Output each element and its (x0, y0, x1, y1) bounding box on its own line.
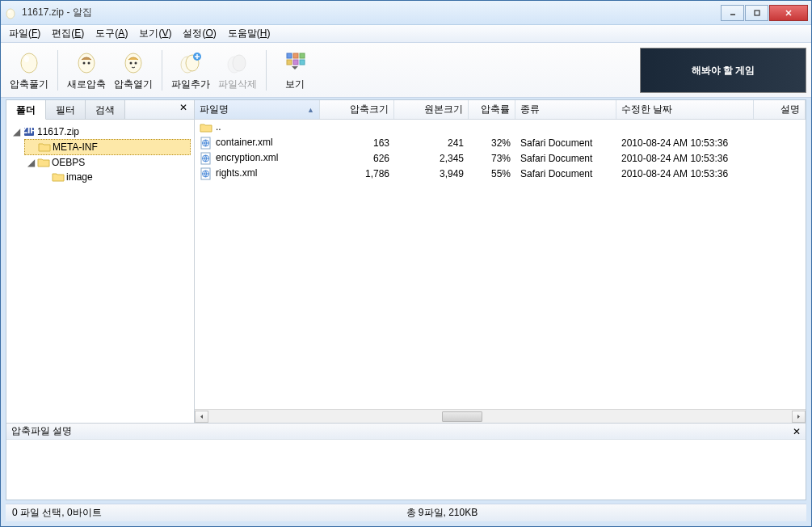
menu-view[interactable]: 보기(V) (134, 25, 176, 42)
description-body[interactable] (6, 440, 806, 500)
svg-point-7 (24, 56, 29, 62)
column-date[interactable]: 수정한 날짜 (616, 100, 754, 119)
file-list-panel: 파일명▲ 압축크기 원본크기 압축률 종류 수정한 날짜 설명 .. (195, 100, 806, 423)
menu-edit[interactable]: 편집(E) (47, 25, 89, 42)
svg-point-6 (21, 53, 37, 73)
toolbar: 압축풀기 새로압축 압축열기 파일추가 파일삭제 (1, 43, 811, 98)
file-row-parent[interactable]: .. (195, 120, 806, 135)
svg-rect-21 (287, 53, 292, 58)
tab-search[interactable]: 검색 (86, 100, 125, 119)
new-archive-button[interactable]: 새로압축 (63, 46, 110, 95)
svg-point-1 (8, 10, 11, 13)
status-selection: 0 파일 선택, 0바이트 (12, 506, 406, 520)
folder-icon (52, 171, 65, 183)
svg-rect-24 (287, 60, 292, 65)
menu-settings[interactable]: 설정(O) (178, 25, 221, 42)
tab-filter[interactable]: 필터 (46, 100, 86, 119)
scroll-track[interactable] (208, 411, 792, 423)
svg-point-10 (88, 62, 90, 65)
view-button[interactable]: 보기 (271, 46, 318, 95)
delete-file-button: 파일삭제 (214, 46, 261, 95)
svg-point-13 (135, 62, 137, 65)
close-panel-button[interactable]: ✕ (173, 100, 194, 119)
close-description-button[interactable]: ✕ (793, 426, 801, 437)
svg-rect-26 (300, 60, 305, 65)
description-panel: 압축파일 설명 ✕ (6, 423, 806, 500)
svg-rect-25 (293, 60, 298, 65)
toolbar-separator (162, 50, 162, 91)
statusbar: 0 파일 선택, 0바이트 총 9파일, 210KB (6, 504, 806, 521)
tree-node-oebps[interactable]: ◢ OEBPS (24, 155, 191, 170)
scroll-right-button[interactable] (792, 411, 806, 423)
file-row[interactable]: rights.xml 1,786 3,949 55% Safari Docume… (195, 166, 806, 181)
xml-file-icon (200, 152, 212, 165)
column-compressed-size[interactable]: 압축크기 (320, 100, 394, 119)
tree-node-image[interactable]: image (39, 170, 191, 184)
folder-panel: 폴더 필터 검색 ✕ ◢ ZIP 11617.zip (6, 100, 195, 423)
folder-icon (38, 141, 51, 154)
xml-file-icon (200, 137, 212, 150)
app-icon (4, 6, 17, 19)
svg-marker-39 (200, 415, 203, 419)
file-list[interactable]: .. container.xml 163 241 32% Safari Docu (195, 120, 806, 409)
column-ratio[interactable]: 압축률 (469, 100, 515, 119)
toolbar-separator (57, 50, 58, 91)
column-name[interactable]: 파일명▲ (195, 100, 320, 119)
window-controls (721, 5, 808, 21)
tree-node-root[interactable]: ◢ ZIP 11617.zip (10, 124, 191, 139)
folder-tree[interactable]: ◢ ZIP 11617.zip META-INF ◢ O (6, 120, 194, 423)
close-button[interactable] (769, 5, 808, 21)
view-icon (282, 48, 308, 74)
status-total: 총 9파일, 210KB (406, 506, 478, 520)
collapse-icon[interactable]: ◢ (11, 127, 21, 137)
file-row[interactable]: container.xml 163 241 32% Safari Documen… (195, 135, 806, 150)
svg-rect-22 (293, 53, 298, 58)
column-type[interactable]: 종류 (515, 100, 616, 119)
column-original-size[interactable]: 원본크기 (394, 100, 469, 119)
toolbar-separator (266, 50, 267, 91)
xml-file-icon (200, 167, 212, 180)
description-title: 압축파일 설명 (11, 424, 72, 438)
description-header: 압축파일 설명 ✕ (6, 424, 806, 440)
sort-asc-icon: ▲ (307, 106, 314, 114)
file-row[interactable]: encryption.xml 626 2,345 73% Safari Docu… (195, 150, 806, 166)
content-area: 폴더 필터 검색 ✕ ◢ ZIP 11617.zip (6, 99, 806, 500)
tab-folder[interactable]: 폴더 (6, 100, 46, 120)
menu-file[interactable]: 파일(F) (4, 25, 45, 42)
svg-rect-23 (300, 53, 305, 58)
collapse-icon[interactable]: ◢ (26, 158, 36, 167)
main-split: 폴더 필터 검색 ✕ ◢ ZIP 11617.zip (6, 100, 806, 423)
menu-help[interactable]: 도움말(H) (223, 25, 276, 42)
add-file-icon (178, 48, 204, 74)
horizontal-scrollbar[interactable] (195, 409, 806, 423)
menu-tools[interactable]: 도구(A) (90, 25, 133, 42)
svg-point-11 (125, 53, 141, 73)
delete-file-icon (225, 48, 250, 74)
zip-file-icon: ZIP (23, 125, 36, 138)
tree-node-metainf[interactable]: META-INF (24, 139, 191, 155)
ad-banner[interactable]: 해봐야 할 게임 (640, 48, 806, 93)
svg-text:ZIP: ZIP (23, 125, 36, 136)
new-archive-icon (74, 48, 99, 74)
folder-icon (37, 156, 50, 169)
maximize-button[interactable] (745, 5, 768, 21)
column-description[interactable]: 설명 (754, 100, 806, 119)
file-list-header: 파일명▲ 압축크기 원본크기 압축률 종류 수정한 날짜 설명 (195, 100, 806, 120)
window-title: 11617.zip - 알집 (22, 6, 721, 19)
titlebar[interactable]: 11617.zip - 알집 (1, 1, 811, 25)
minimize-button[interactable] (721, 5, 744, 21)
folder-up-icon (200, 121, 212, 134)
egg-extract-icon (16, 48, 42, 74)
open-archive-icon (120, 48, 146, 74)
scroll-left-button[interactable] (195, 411, 208, 423)
extract-button[interactable]: 압축풀기 (6, 46, 53, 95)
svg-point-9 (83, 62, 86, 65)
svg-point-0 (6, 9, 15, 19)
svg-point-20 (233, 55, 246, 71)
scroll-thumb[interactable] (442, 411, 482, 422)
left-panel-tabs: 폴더 필터 검색 ✕ (6, 100, 194, 120)
svg-rect-3 (755, 11, 759, 15)
svg-point-8 (78, 53, 95, 73)
add-file-button[interactable]: 파일추가 (167, 46, 214, 95)
open-archive-button[interactable]: 압축열기 (110, 46, 157, 95)
